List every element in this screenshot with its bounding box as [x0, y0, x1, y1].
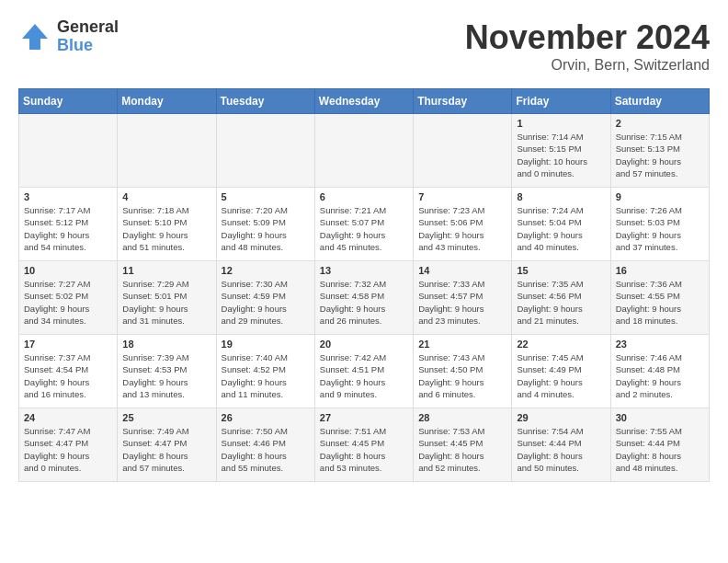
logo-icon — [18, 20, 51, 53]
calendar-cell: 1Sunrise: 7:14 AM Sunset: 5:15 PM Daylig… — [512, 114, 610, 188]
day-info: Sunrise: 7:43 AM Sunset: 4:50 PM Dayligh… — [418, 351, 506, 400]
day-number: 2 — [616, 118, 704, 129]
day-number: 17 — [24, 339, 112, 350]
calendar-cell: 3Sunrise: 7:17 AM Sunset: 5:12 PM Daylig… — [19, 188, 118, 261]
calendar-week-1: 1Sunrise: 7:14 AM Sunset: 5:15 PM Daylig… — [19, 114, 710, 188]
day-info: Sunrise: 7:35 AM Sunset: 4:56 PM Dayligh… — [517, 278, 605, 327]
day-info: Sunrise: 7:54 AM Sunset: 4:44 PM Dayligh… — [517, 425, 605, 474]
day-number: 13 — [320, 265, 408, 276]
day-number: 16 — [616, 265, 704, 276]
calendar-cell: 9Sunrise: 7:26 AM Sunset: 5:03 PM Daylig… — [610, 188, 709, 261]
logo-text: General Blue — [57, 18, 119, 55]
calendar-cell: 14Sunrise: 7:33 AM Sunset: 4:57 PM Dayli… — [414, 261, 512, 335]
day-number: 5 — [222, 191, 310, 202]
day-info: Sunrise: 7:24 AM Sunset: 5:04 PM Dayligh… — [517, 204, 605, 253]
day-info: Sunrise: 7:45 AM Sunset: 4:49 PM Dayligh… — [517, 351, 605, 400]
calendar-cell: 5Sunrise: 7:20 AM Sunset: 5:09 PM Daylig… — [216, 188, 314, 261]
day-header-monday: Monday — [118, 89, 216, 114]
day-info: Sunrise: 7:49 AM Sunset: 4:47 PM Dayligh… — [122, 425, 210, 474]
day-header-thursday: Thursday — [414, 89, 512, 114]
day-number: 23 — [616, 339, 704, 350]
day-info: Sunrise: 7:46 AM Sunset: 4:48 PM Dayligh… — [616, 351, 704, 400]
day-header-sunday: Sunday — [19, 89, 118, 114]
day-number: 18 — [122, 339, 210, 350]
day-info: Sunrise: 7:42 AM Sunset: 4:51 PM Dayligh… — [320, 351, 408, 400]
day-number: 14 — [418, 265, 506, 276]
day-info: Sunrise: 7:55 AM Sunset: 4:44 PM Dayligh… — [616, 425, 704, 474]
day-info: Sunrise: 7:14 AM Sunset: 5:15 PM Dayligh… — [517, 131, 605, 179]
month-title: November 2024 — [465, 18, 710, 57]
calendar-cell: 24Sunrise: 7:47 AM Sunset: 4:47 PM Dayli… — [19, 408, 118, 482]
day-info: Sunrise: 7:37 AM Sunset: 4:54 PM Dayligh… — [24, 351, 112, 400]
day-info: Sunrise: 7:51 AM Sunset: 4:45 PM Dayligh… — [320, 425, 408, 474]
day-number: 19 — [222, 339, 310, 350]
calendar-cell: 7Sunrise: 7:23 AM Sunset: 5:06 PM Daylig… — [414, 188, 512, 261]
day-info: Sunrise: 7:47 AM Sunset: 4:47 PM Dayligh… — [24, 425, 112, 474]
day-info: Sunrise: 7:20 AM Sunset: 5:09 PM Dayligh… — [222, 204, 310, 253]
day-info: Sunrise: 7:33 AM Sunset: 4:57 PM Dayligh… — [418, 278, 506, 327]
calendar-cell — [19, 114, 118, 188]
day-number: 6 — [320, 191, 408, 202]
day-info: Sunrise: 7:53 AM Sunset: 4:45 PM Dayligh… — [418, 425, 506, 474]
day-info: Sunrise: 7:18 AM Sunset: 5:10 PM Dayligh… — [122, 204, 210, 253]
title-block: November 2024 Orvin, Bern, Switzerland — [465, 18, 710, 74]
day-number: 21 — [418, 339, 506, 350]
calendar-cell: 16Sunrise: 7:36 AM Sunset: 4:55 PM Dayli… — [610, 261, 709, 335]
day-number: 24 — [24, 412, 112, 423]
calendar-cell: 8Sunrise: 7:24 AM Sunset: 5:04 PM Daylig… — [512, 188, 610, 261]
day-info: Sunrise: 7:40 AM Sunset: 4:52 PM Dayligh… — [222, 351, 310, 400]
day-number: 1 — [517, 118, 605, 129]
calendar-cell: 22Sunrise: 7:45 AM Sunset: 4:49 PM Dayli… — [512, 335, 610, 408]
calendar-cell: 4Sunrise: 7:18 AM Sunset: 5:10 PM Daylig… — [118, 188, 216, 261]
day-number: 29 — [517, 412, 605, 423]
calendar-cell: 10Sunrise: 7:27 AM Sunset: 5:02 PM Dayli… — [19, 261, 118, 335]
calendar-cell: 26Sunrise: 7:50 AM Sunset: 4:46 PM Dayli… — [216, 408, 314, 482]
calendar-cell: 13Sunrise: 7:32 AM Sunset: 4:58 PM Dayli… — [314, 261, 413, 335]
day-number: 10 — [24, 265, 112, 276]
day-number: 20 — [320, 339, 408, 350]
day-number: 3 — [24, 191, 112, 202]
calendar-cell: 25Sunrise: 7:49 AM Sunset: 4:47 PM Dayli… — [118, 408, 216, 482]
day-info: Sunrise: 7:27 AM Sunset: 5:02 PM Dayligh… — [24, 278, 112, 327]
day-info: Sunrise: 7:15 AM Sunset: 5:13 PM Dayligh… — [616, 131, 704, 179]
day-number: 11 — [122, 265, 210, 276]
calendar-cell — [414, 114, 512, 188]
day-number: 7 — [418, 191, 506, 202]
day-info: Sunrise: 7:23 AM Sunset: 5:06 PM Dayligh… — [418, 204, 506, 253]
day-number: 4 — [122, 191, 210, 202]
day-info: Sunrise: 7:39 AM Sunset: 4:53 PM Dayligh… — [122, 351, 210, 400]
day-number: 8 — [517, 191, 605, 202]
day-number: 25 — [122, 412, 210, 423]
calendar-cell: 28Sunrise: 7:53 AM Sunset: 4:45 PM Dayli… — [414, 408, 512, 482]
calendar-cell: 12Sunrise: 7:30 AM Sunset: 4:59 PM Dayli… — [216, 261, 314, 335]
calendar-cell: 20Sunrise: 7:42 AM Sunset: 4:51 PM Dayli… — [314, 335, 413, 408]
logo-blue: Blue — [57, 37, 119, 55]
day-number: 27 — [320, 412, 408, 423]
day-number: 12 — [222, 265, 310, 276]
calendar-week-5: 24Sunrise: 7:47 AM Sunset: 4:47 PM Dayli… — [19, 408, 710, 482]
day-number: 28 — [418, 412, 506, 423]
calendar-cell: 27Sunrise: 7:51 AM Sunset: 4:45 PM Dayli… — [314, 408, 413, 482]
day-number: 26 — [222, 412, 310, 423]
day-number: 9 — [616, 191, 704, 202]
day-info: Sunrise: 7:21 AM Sunset: 5:07 PM Dayligh… — [320, 204, 408, 253]
calendar-week-2: 3Sunrise: 7:17 AM Sunset: 5:12 PM Daylig… — [19, 188, 710, 261]
calendar-table: SundayMondayTuesdayWednesdayThursdayFrid… — [18, 88, 710, 482]
day-number: 15 — [517, 265, 605, 276]
days-header-row: SundayMondayTuesdayWednesdayThursdayFrid… — [19, 89, 710, 114]
logo-general: General — [57, 18, 119, 37]
day-header-tuesday: Tuesday — [216, 89, 314, 114]
day-header-friday: Friday — [512, 89, 610, 114]
calendar-cell: 30Sunrise: 7:55 AM Sunset: 4:44 PM Dayli… — [610, 408, 709, 482]
calendar-week-3: 10Sunrise: 7:27 AM Sunset: 5:02 PM Dayli… — [19, 261, 710, 335]
logo: General Blue — [18, 18, 119, 55]
page-header: General Blue November 2024 Orvin, Bern, … — [18, 18, 710, 74]
location: Orvin, Bern, Switzerland — [465, 57, 710, 74]
calendar-cell: 21Sunrise: 7:43 AM Sunset: 4:50 PM Dayli… — [414, 335, 512, 408]
calendar-cell: 2Sunrise: 7:15 AM Sunset: 5:13 PM Daylig… — [610, 114, 709, 188]
calendar-cell: 17Sunrise: 7:37 AM Sunset: 4:54 PM Dayli… — [19, 335, 118, 408]
calendar-cell — [118, 114, 216, 188]
calendar-cell: 6Sunrise: 7:21 AM Sunset: 5:07 PM Daylig… — [314, 188, 413, 261]
day-info: Sunrise: 7:29 AM Sunset: 5:01 PM Dayligh… — [122, 278, 210, 327]
day-info: Sunrise: 7:30 AM Sunset: 4:59 PM Dayligh… — [222, 278, 310, 327]
